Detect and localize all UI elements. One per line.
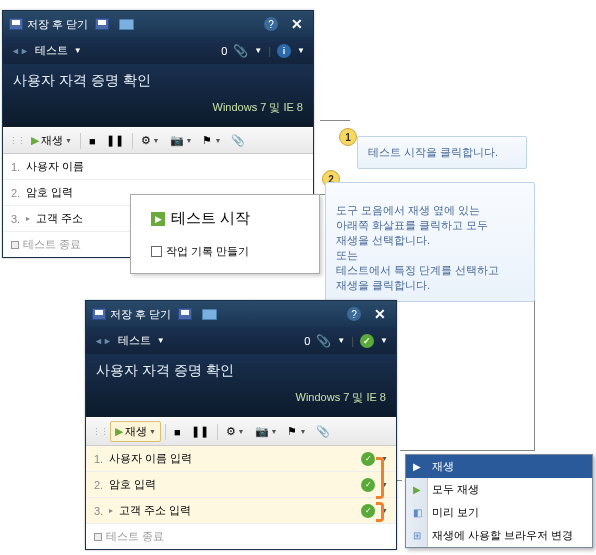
open-button[interactable]	[199, 305, 219, 323]
check-icon: ✓	[361, 452, 375, 466]
step-row[interactable]: 1. 사용자 이름 입력 ✓ ▼	[86, 446, 396, 472]
step-label: 사용자 이름	[26, 159, 305, 174]
attachment-icon[interactable]: 📎	[233, 44, 248, 58]
tool-button[interactable]: ⚙▼	[137, 132, 164, 149]
tab-label[interactable]: 테스트	[35, 43, 68, 58]
breadcrumb-bar: ◄► 테스트 ▼ 0 📎 ▼ | i ▼	[3, 37, 313, 64]
chevron-down-icon[interactable]: ▼	[380, 336, 388, 345]
chevron-down-icon[interactable]: ▼	[297, 46, 305, 55]
pause-button[interactable]: ❚❚	[102, 132, 128, 149]
pause-button[interactable]: ❚❚	[187, 423, 213, 440]
stop-button[interactable]: ■	[85, 133, 100, 149]
save-button[interactable]	[92, 15, 112, 33]
step-row[interactable]: 3. ▸ 고객 주소 입력 ✓ ▼	[86, 498, 396, 524]
step-row[interactable]: 1. 사용자 이름	[3, 154, 313, 180]
menu-item-preview[interactable]: ◧ 미리 보기	[406, 501, 592, 524]
callout-1: 테스트 시작을 클릭합니다.	[357, 136, 527, 169]
close-button[interactable]: ✕	[287, 15, 307, 33]
menu-item-play[interactable]: ▶ 재생	[406, 455, 592, 478]
chevron-down-icon[interactable]: ▼	[74, 46, 82, 55]
tab-label[interactable]: 테스트	[118, 333, 151, 348]
window-title: 저장 후 닫기	[27, 17, 88, 32]
play-all-icon: ▶	[410, 483, 424, 497]
title-section: 사용자 자격 증명 확인 Windows 7 및 IE 8	[86, 354, 396, 417]
chevron-right-icon: ▸	[109, 506, 113, 515]
square-icon	[94, 533, 102, 541]
play-icon: ▶	[151, 212, 165, 226]
stop-button[interactable]: ■	[170, 424, 185, 440]
test-title: 사용자 자격 증명 확인	[13, 72, 303, 90]
checkbox-icon	[151, 246, 162, 257]
callout-2: 도구 모음에서 재생 옆에 있는 아래쪽 화살표를 클릭하고 모두 재생을 선택…	[325, 182, 535, 302]
check-icon[interactable]: ✓	[360, 334, 374, 348]
grip-icon: ⋮⋮	[9, 136, 25, 146]
test-window-2: 저장 후 닫기 ? ✕ ◄► 테스트 ▼ 0 📎 ▼ | ✓ ▼ 사용자 자격 …	[85, 300, 397, 550]
chevron-down-icon[interactable]: ▼	[157, 336, 165, 345]
nav-arrows-icon: ◄►	[11, 46, 29, 56]
square-icon	[11, 241, 19, 249]
start-test-popup: ▶ 테스트 시작 작업 기록 만들기	[130, 194, 320, 274]
flag-button[interactable]: ⚑▼	[198, 132, 225, 149]
titlebar: 저장 후 닫기 ? ✕	[3, 11, 313, 37]
environment-label: Windows 7 및 IE 8	[96, 390, 386, 405]
steps-list: 1. 사용자 이름 입력 ✓ ▼ 2. 암호 입력 ✓ ▼ 3. ▸ 고객 주소…	[86, 446, 396, 549]
create-recording-checkbox[interactable]: 작업 기록 만들기	[151, 244, 299, 259]
environment-label: Windows 7 및 IE 8	[13, 100, 303, 115]
menu-item-change-browser[interactable]: ⊞ 재생에 사용할 브라우저 변경	[406, 524, 592, 547]
open-button[interactable]	[116, 15, 136, 33]
nav-arrows-icon: ◄►	[94, 336, 112, 346]
chevron-right-icon: ▸	[26, 214, 30, 223]
browser-icon: ⊞	[410, 529, 424, 543]
breadcrumb-bar: ◄► 테스트 ▼ 0 📎 ▼ | ✓ ▼	[86, 327, 396, 354]
flag-button[interactable]: ⚑▼	[283, 423, 310, 440]
info-icon[interactable]: i	[277, 44, 291, 58]
bracket-icon	[376, 502, 384, 522]
check-icon: ✓	[361, 504, 375, 518]
title-section: 사용자 자격 증명 확인 Windows 7 및 IE 8	[3, 64, 313, 127]
bracket-icon	[376, 457, 384, 499]
play-button[interactable]: ▶재생▼	[110, 421, 161, 442]
popup-title[interactable]: ▶ 테스트 시작	[151, 209, 299, 228]
help-button[interactable]: ?	[344, 305, 364, 323]
counter: 0	[221, 45, 227, 57]
toolbar: ⋮⋮ ▶재생▼ ■ ❚❚ ⚙▼ 📷▼ ⚑▼ 📎	[86, 417, 396, 446]
step-row[interactable]: 2. 암호 입력 ✓ ▼	[86, 472, 396, 498]
chevron-down-icon[interactable]: ▼	[337, 336, 345, 345]
step-label: 암호 입력	[109, 477, 355, 492]
step-label: 고객 주소 입력	[119, 503, 355, 518]
titlebar: 저장 후 닫기 ? ✕	[86, 301, 396, 327]
help-button[interactable]: ?	[261, 15, 281, 33]
grip-icon: ⋮⋮	[92, 427, 108, 437]
camera-button[interactable]: 📷▼	[166, 132, 197, 149]
counter: 0	[304, 335, 310, 347]
preview-icon: ◧	[410, 506, 424, 520]
tool-button[interactable]: ⚙▼	[222, 423, 249, 440]
camera-button[interactable]: 📷▼	[251, 423, 282, 440]
check-icon: ✓	[361, 478, 375, 492]
menu-item-play-all[interactable]: ▶ 모두 재생	[406, 478, 592, 501]
attach-button[interactable]: 📎	[312, 423, 334, 440]
callout-number-1: 1	[339, 128, 357, 146]
close-button[interactable]: ✕	[370, 305, 390, 323]
toolbar: ⋮⋮ ▶재생▼ ■ ❚❚ ⚙▼ 📷▼ ⚑▼ 📎	[3, 127, 313, 154]
save-button[interactable]	[175, 305, 195, 323]
step-label: 사용자 이름 입력	[109, 451, 355, 466]
chevron-down-icon[interactable]: ▼	[254, 46, 262, 55]
test-title: 사용자 자격 증명 확인	[96, 362, 386, 380]
window-title: 저장 후 닫기	[110, 307, 171, 322]
save-icon	[9, 17, 23, 31]
play-button[interactable]: ▶재생▼	[27, 131, 76, 150]
play-icon: ▶	[410, 460, 424, 474]
play-context-menu: ▶ 재생 ▶ 모두 재생 ◧ 미리 보기 ⊞ 재생에 사용할 브라우저 변경	[405, 454, 593, 548]
save-icon	[92, 307, 106, 321]
attach-button[interactable]: 📎	[227, 132, 249, 149]
test-end-row: 테스트 종료	[86, 524, 396, 549]
attachment-icon[interactable]: 📎	[316, 334, 331, 348]
